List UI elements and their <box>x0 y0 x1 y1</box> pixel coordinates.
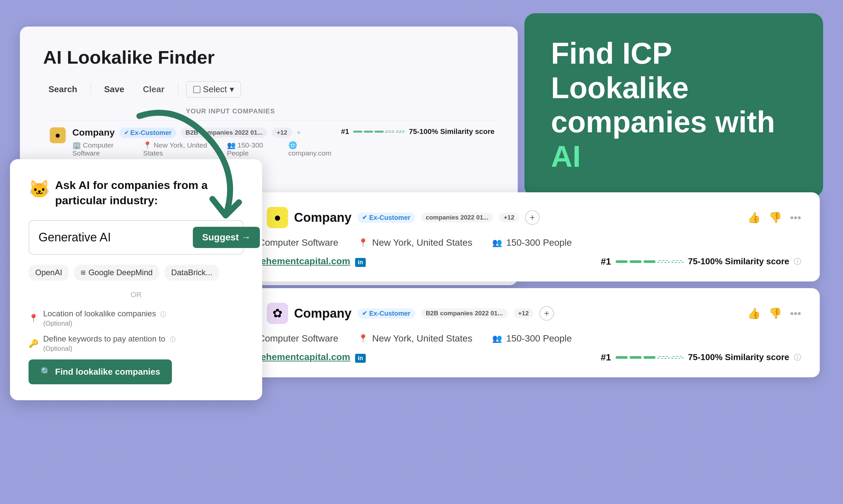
find-lookalike-button[interactable]: 🔍 Find lookalike companies <box>29 359 172 384</box>
suggestion-deepmind[interactable]: ⊞ Google DeepMind <box>74 265 159 281</box>
add-btn-2[interactable]: + <box>539 306 554 321</box>
size-value-2: 150-300 People <box>506 333 572 344</box>
result-details-2: 🏢 Computer Software 📍 New York, United S… <box>244 333 801 344</box>
add-btn-1[interactable]: + <box>525 210 540 225</box>
sim-bar-1-2 <box>616 356 627 359</box>
sim-bar3 <box>643 260 655 263</box>
finder-toolbar: Search Save Clear Select ▾ <box>43 81 495 97</box>
ai-ask-box: 🐱 Ask AI for companies from a particular… <box>10 159 262 400</box>
rank: #1 <box>341 127 349 136</box>
select-label: Select <box>203 84 227 94</box>
more-options-2[interactable]: ••• <box>790 307 801 320</box>
result-card-2: ✓ ✿ Company ✔ Ex-Customer B2B companies … <box>226 288 820 377</box>
location-value-1: New York, United States <box>372 237 472 248</box>
tag-1: ✔ Ex-Customer <box>358 213 415 223</box>
suggestion-databricks[interactable]: DataBrick... <box>165 265 219 281</box>
input-companies-label: YOUR INPUT COMPANIES <box>186 107 495 115</box>
company-details: 🏢 Computer Software 📍 New York, United S… <box>72 141 334 157</box>
headline-text: Find ICP Lookalike companies with AI <box>551 36 796 174</box>
search-label: Search <box>43 82 83 97</box>
rank-2: #1 <box>601 352 611 363</box>
toolbar-divider <box>91 84 91 95</box>
bar3 <box>374 131 384 133</box>
save-button[interactable]: Save <box>99 82 130 97</box>
extra-tag-1: +12 <box>499 213 519 222</box>
tag-2: ✔ Ex-Customer <box>358 308 415 319</box>
list-tag: B2B companies 2022 01... <box>181 128 267 138</box>
sim-bar5 <box>671 260 683 263</box>
bar1 <box>353 131 362 133</box>
clear-button[interactable]: Clear <box>137 82 170 97</box>
bar4 <box>385 131 394 133</box>
info-icon-2-card: ⓘ <box>794 353 801 362</box>
ai-search-input[interactable] <box>38 231 188 245</box>
location-value-2: New York, United States <box>372 333 472 344</box>
suggestion-label: OpenAI <box>35 268 62 277</box>
list-tag-1: companies 2022 01... <box>421 213 493 222</box>
plus-icon-2: + <box>544 308 549 319</box>
info-icon-2: ⓘ <box>170 336 176 343</box>
headline-line2: companies with <box>551 105 775 139</box>
tag-label: Ex-Customer <box>131 129 172 137</box>
location-1: 📍 New York, United States <box>358 237 472 248</box>
ai-search-row[interactable]: Suggest → <box>29 220 244 255</box>
industry-value-1: Computer Software <box>258 237 338 248</box>
similarity-section-1: #1 75-100% Similarity score ⓘ <box>601 256 801 267</box>
result-header-left-1: ✓ ● Company ✔ Ex-Customer companies 2022… <box>244 207 540 228</box>
keywords-optional: (Optional) <box>43 345 72 352</box>
similarity-section-2: #1 75-100% Similarity score ⓘ <box>601 352 801 363</box>
people-icon-2: 👥 <box>492 334 502 343</box>
bar5 <box>396 131 405 133</box>
size-detail: 👥 150-300 People <box>227 141 278 157</box>
tag-label-1: Ex-Customer <box>369 214 410 221</box>
finder-title: AI Lookalike Finder <box>43 47 495 68</box>
thumbs-down-1[interactable]: 👎 <box>769 211 782 224</box>
sim-bar2 <box>630 260 641 263</box>
suggestion-label: Google DeepMind <box>88 268 152 277</box>
sim-bar4 <box>657 260 669 263</box>
result-footer-2: 🌐 vehementcapital.com in #1 75-100% Simi… <box>244 352 801 363</box>
bar2 <box>364 131 373 133</box>
website-link-2[interactable]: vehementcapital.com <box>256 352 350 362</box>
score-label-1: 75-100% Similarity score <box>688 256 789 267</box>
score-label: 75-100% Similarity score <box>409 127 495 136</box>
ai-ask-title: Ask AI for companies from a particular i… <box>55 178 244 208</box>
headline-line1: Find ICP Lookalike <box>551 37 689 105</box>
add-tag-btn[interactable]: + <box>297 128 301 137</box>
select-button[interactable]: Select ▾ <box>186 81 241 97</box>
company-name-2: Company <box>294 306 351 321</box>
checkbox-empty <box>193 86 201 93</box>
suggestion-openai[interactable]: OpenAI <box>29 265 69 281</box>
linkedin-badge-1[interactable]: in <box>355 258 366 267</box>
result-header-right-2: 👍 👎 ••• <box>747 307 801 320</box>
results-area: ✓ ● Company ✔ Ex-Customer companies 2022… <box>226 192 820 377</box>
result-details-1: 🏢 Computer Software 📍 New York, United S… <box>244 237 801 248</box>
ai-cat-icon: 🐱 <box>29 179 49 199</box>
thumbs-down-2[interactable]: 👎 <box>769 307 782 320</box>
website-link-1[interactable]: vehementcapital.com <box>256 256 350 266</box>
extra-tag: +12 <box>272 128 292 138</box>
extra-tag-2: +12 <box>513 308 533 318</box>
people-icon-1: 👥 <box>492 238 502 247</box>
thumbs-up-2[interactable]: 👍 <box>747 307 761 320</box>
suggest-button[interactable]: Suggest → <box>193 227 260 248</box>
select-chevron: ▾ <box>230 84 234 94</box>
more-options-1[interactable]: ••• <box>790 212 801 224</box>
industry-value-2: Computer Software <box>258 333 338 344</box>
result-header-left-2: ✓ ✿ Company ✔ Ex-Customer B2B companies … <box>244 303 554 324</box>
location-2: 📍 New York, United States <box>358 333 472 344</box>
find-btn-label: Find lookalike companies <box>55 367 160 377</box>
pin-icon-2: 📍 <box>358 334 368 343</box>
headline-box: Find ICP Lookalike companies with AI <box>524 13 823 197</box>
thumbs-up-1[interactable]: 👍 <box>747 211 761 224</box>
size-value: 150-300 People <box>227 141 263 157</box>
industry-value: Computer Software <box>72 141 114 157</box>
location-detail: 📍 New York, United States <box>143 141 217 157</box>
score-label-2: 75-100% Similarity score <box>688 352 789 362</box>
company-logo-small: ● <box>50 127 66 143</box>
sim-bar-4-2 <box>657 356 669 359</box>
linkedin-badge-2[interactable]: in <box>355 354 366 363</box>
location-value: New York, United States <box>143 141 207 157</box>
keywords-label: Define keywords to pay atention to <box>43 334 165 343</box>
or-divider: OR <box>29 290 244 299</box>
